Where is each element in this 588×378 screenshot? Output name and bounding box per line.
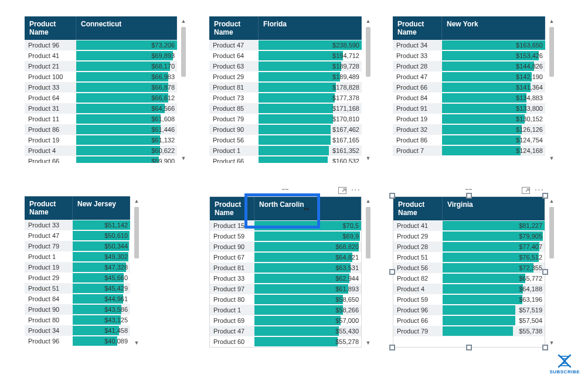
table-row[interactable]: Product 80$58,650 [210,294,361,305]
table-row[interactable]: Product 29$79,905 [393,231,545,241]
table-row[interactable]: Product 51$45,429 [25,283,130,294]
table-row[interactable]: Product 86$61,446 [25,124,177,135]
table-header[interactable]: Product NameNew Jersey [25,196,130,220]
table-row[interactable]: Product 34$163,650 [393,40,545,50]
table-row[interactable]: Product 100$66,983 [25,71,177,82]
table-row[interactable]: Product 47$142,190 [393,71,545,82]
table-body[interactable]: Product 15$70,5Product 59$69,9Product 90… [210,220,361,347]
table-row[interactable]: Product 56$167,165 [209,135,362,145]
selection-handle[interactable] [542,345,548,350]
table-row[interactable]: Product 59$63,196 [393,294,545,305]
drag-grip-icon[interactable]: ━━ [279,188,292,191]
table-visual[interactable]: Product NameNew YorkProduct 34$163,650Pr… [393,16,545,163]
table-row[interactable]: Product 90$68,820 [210,241,361,252]
more-options-icon[interactable]: ··· [351,185,361,195]
scroll-down-icon[interactable]: ▼ [134,340,140,346]
subscribe-badge[interactable]: SUBSCRIBE [549,354,580,374]
selection-handle[interactable] [542,193,548,199]
table-header[interactable]: Product NameFlorida [209,16,362,40]
table-row[interactable]: Product 41$81,227 [393,220,545,231]
table-row[interactable]: Product 28$77,407 [393,241,545,252]
selection-handle[interactable] [389,269,395,275]
table-row[interactable]: Product 97$61,893 [210,284,361,294]
table-row[interactable]: Product 1$49,302 [25,251,130,262]
table-row[interactable]: Product 60$55,278 [210,336,361,347]
selection-handle[interactable] [389,345,395,350]
table-row[interactable]: Product 33$51,142 [25,220,130,230]
scroll-thumb[interactable] [181,27,186,77]
table-row[interactable]: Product 59$69,9 [210,231,361,241]
table-body[interactable]: Product 47$238,590Product 64$194,712Prod… [209,40,362,163]
scroll-down-icon[interactable]: ▼ [365,340,371,346]
table-row[interactable]: Product 31$64,566 [25,103,177,114]
table-row[interactable]: Product 41$69,893 [25,50,177,61]
table-row[interactable]: Product 4$64,188 [393,284,545,294]
drag-grip-icon[interactable]: ━━ [463,188,475,191]
table-row[interactable]: Product 96$57,519 [393,305,545,315]
table-row[interactable]: Product 79$55,738 [393,326,545,336]
vertical-scrollbar[interactable]: ▲▼ [364,16,372,163]
table-row[interactable]: Product 84$134,883 [393,93,545,103]
table-visual[interactable]: Product NameFloridaProduct 47$238,590Pro… [209,16,362,163]
data-table[interactable]: Product NameNorth CarolinProduct 15$70,5… [209,196,362,348]
table-row[interactable]: Product 32$126,126 [393,124,545,135]
table-row[interactable]: Product 66$160,532 [209,156,362,163]
table-row[interactable]: Product 90$167,462 [209,124,362,135]
table-row[interactable]: Product 81$63,531 [210,263,361,273]
table-row[interactable]: Product 4$60,622 [25,145,177,156]
selection-handle[interactable] [542,269,548,275]
vertical-scrollbar[interactable]: ▲▼ [364,196,372,348]
table-row[interactable]: Product 79$170,810 [209,114,362,124]
table-row[interactable]: Product 96$40,089 [25,336,130,346]
scroll-thumb[interactable] [549,207,554,258]
scroll-down-icon[interactable]: ▼ [181,155,186,161]
scroll-up-icon[interactable]: ▲ [549,18,555,24]
table-row[interactable]: Product 47$238,590 [209,40,362,50]
scroll-up-icon[interactable]: ▲ [549,198,555,204]
table-row[interactable]: Product 90$43,586 [25,304,130,315]
table-row[interactable]: Product 19$61,132 [25,135,177,145]
table-header[interactable]: Product NameNorth Carolin [210,197,361,220]
table-visual[interactable]: Product NameNew JerseyProduct 33$51,142P… [25,196,130,348]
table-row[interactable]: Product 73$177,378 [209,93,362,103]
table-visual[interactable]: Product NameConnecticutProduct 96$73,206… [25,16,177,163]
table-body[interactable]: Product 34$163,650Product 33$153,426Prod… [393,40,545,163]
scroll-down-icon[interactable]: ▼ [549,340,555,346]
column-header-state[interactable]: New York [442,16,545,40]
table-header[interactable]: Product NameNew York [393,16,545,40]
table-row[interactable]: Product 28$144,826 [393,61,545,71]
data-table[interactable]: Product NameConnecticutProduct 96$73,206… [25,16,177,163]
scroll-up-icon[interactable]: ▲ [181,18,186,24]
table-visual[interactable]: ━━···Product NameVirginiaProduct 41$81,2… [393,196,545,348]
scroll-up-icon[interactable]: ▲ [134,198,140,204]
scroll-thumb[interactable] [366,207,371,258]
vertical-scrollbar[interactable]: ▲▼ [548,196,556,348]
table-row[interactable]: Product 29$45,660 [25,273,130,283]
focus-mode-icon[interactable] [338,187,346,194]
table-row[interactable]: Product 19$130,152 [393,114,545,124]
table-header[interactable]: Product NameVirginia [393,197,545,220]
column-header-state[interactable]: Florida [259,16,362,40]
vertical-scrollbar[interactable]: ▲▼ [179,16,188,163]
table-row[interactable]: Product 15$70,5 [210,220,361,231]
table-row[interactable]: Product 1$161,352 [209,145,362,156]
data-table[interactable]: Product NameFloridaProduct 47$238,590Pro… [209,16,362,163]
table-row[interactable]: Product 66$59,900 [25,156,177,163]
table-row[interactable]: Product 47$50,610 [25,230,130,241]
column-header-product[interactable]: Product Name [210,197,254,220]
table-body[interactable]: Product 41$81,227Product 29$79,905Produc… [393,220,545,347]
scroll-thumb[interactable] [134,207,139,258]
table-row[interactable]: Product 29$189,489 [209,71,362,82]
table-row[interactable]: Product 85$171,168 [209,103,362,114]
selection-handle[interactable] [389,193,395,199]
selection-handle[interactable] [466,193,472,199]
table-row[interactable]: Product 79$50,344 [25,241,130,251]
table-row[interactable]: Product 66$57,504 [393,315,545,326]
table-row[interactable]: Product 86$124,754 [393,135,545,145]
table-row[interactable]: Product 84$44,961 [25,294,130,304]
column-header-state[interactable]: North Carolin [254,197,361,220]
table-row[interactable]: Product 64$66,612 [25,93,177,103]
report-canvas[interactable]: Product NameConnecticutProduct 96$73,206… [0,0,588,378]
table-row[interactable]: Product 33$153,426 [393,50,545,61]
column-header-product[interactable]: Product Name [25,16,76,40]
